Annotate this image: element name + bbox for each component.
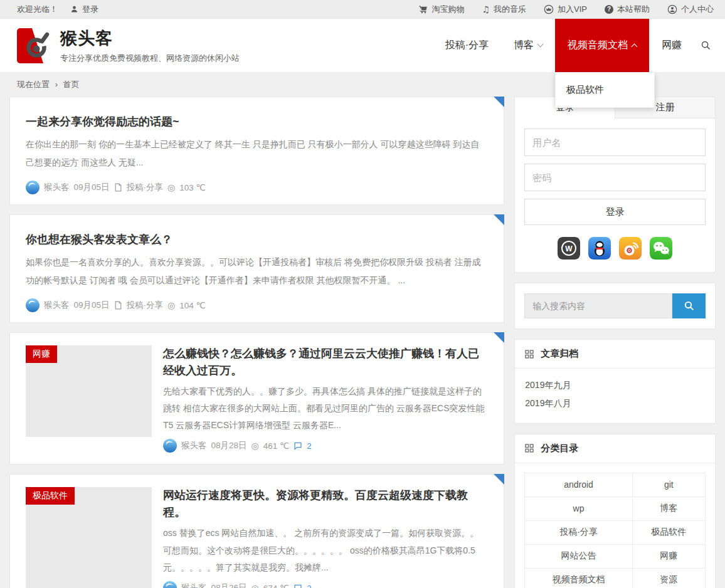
sidebar: 登录 注册 登录 W [514,97,716,588]
article-author[interactable]: 猴头客 [44,300,70,311]
article-list: 一起来分享你觉得励志的话题~ 在你出生的那一刻 你的一生基本上已经被定义了 终其… [9,97,504,588]
nav-item-media-docs[interactable]: 视频音频文档 极品软件 [555,19,649,72]
archive-link-sep2019[interactable]: 2019年九月 [525,376,705,394]
breadcrumb-separator: › [55,80,58,89]
views-count: 461 ℃ [263,441,289,451]
wordpress-icon[interactable]: W [558,237,580,260]
archive-title: 文章归档 [541,348,578,360]
archive-link-aug2019[interactable]: 2019年八月 [525,394,705,412]
article-excerpt: 在你出生的那一刻 你的一生基本上已经被定义了 终其一生 只是挣扎而已 只有极小一… [26,135,488,172]
article-author[interactable]: 猴头客 [181,582,207,588]
archive-list: 2019年九月 2019年八月 [515,369,715,423]
topbar-right: 淘宝购物 ♫ 我的音乐 加入VIP ? 本站帮助 个人中心 [418,4,714,15]
topbar-link-label: 本站帮助 [617,4,650,15]
username-field[interactable] [524,129,706,156]
category-link-android[interactable]: android [525,473,632,496]
social-login-row: W [524,237,706,260]
comment-icon [294,584,302,588]
article-author[interactable]: 猴头客 [44,182,70,193]
article-title[interactable]: 怎么赚钱快？怎么赚钱多？通过阿里云云大使推广赚钱！有人已经收入过百万。 [163,345,488,379]
nav-dropdown: 极品软件 [555,72,655,108]
search-widget [514,283,716,329]
comment-count[interactable]: 2 [307,584,312,588]
nav-label: 视频音频文档 [568,39,628,52]
views-icon: ◎ [251,441,259,451]
topbar: 欢迎光临！ 登录 淘宝购物 ♫ 我的音乐 [0,0,725,19]
topbar-link-help[interactable]: ? 本站帮助 [605,4,650,15]
article-title[interactable]: 一起来分享你觉得励志的话题~ [26,113,488,130]
search-button[interactable] [672,293,706,318]
topbar-link-music[interactable]: ♫ 我的音乐 [482,4,526,15]
weibo-icon[interactable] [619,237,642,260]
site-header: 猴头客 专注分享优质免费视频教程、网络资源的休闲小站 投稿·分享 博客 视频音频… [0,19,725,72]
login-submit-button[interactable]: 登录 [524,199,706,225]
article-category[interactable]: 投稿·分享 [127,182,164,193]
archive-widget: 文章归档 2019年九月 2019年八月 [514,339,716,424]
article-meta: 猴头客 08月26日 ◎ 674 ℃ 2 [163,576,488,588]
article-meta: 猴头客 09月05日 投稿·分享 ◎ 103 ℃ [26,181,488,194]
topbar-link-taobao[interactable]: 淘宝购物 [418,4,464,15]
chevron-up-icon [632,44,638,50]
category-link-git[interactable]: git [632,473,705,496]
comment-count[interactable]: 2 [307,441,312,451]
category-link-submit-share[interactable]: 投稿·分享 [525,520,632,544]
nav-label: 网赚 [662,39,682,52]
article-excerpt: 如果你也是一名喜欢分享的人。喜欢分享资源。。可以评论【开通投稿者】审核后 将免费… [26,253,488,290]
topbar-link-account[interactable]: 个人中心 [667,4,714,15]
site-tagline: 专注分享优质免费视频教程、网络资源的休闲小站 [60,53,240,64]
comment-icon [294,441,302,450]
category-badge[interactable]: 网赚 [26,345,57,363]
article-date: 09月05日 [74,182,110,193]
category-badge[interactable]: 极品软件 [26,487,75,505]
article-title[interactable]: 网站运行速度将更快。资源将更精致。百度云超级速度下载教程。 [163,487,488,521]
avatar [163,581,177,588]
nav-item-blog[interactable]: 博客 [501,19,555,72]
category-link-blog[interactable]: 博客 [632,496,705,520]
categories-widget: 分类目录 android git wp 博客 [514,434,716,588]
chevron-down-icon [537,41,544,48]
views-icon: ◎ [251,583,259,588]
login-form: 登录 W [515,118,715,272]
nav-item-wangzhuan[interactable]: 网赚 [649,19,694,72]
article-date: 09月05日 [74,300,110,311]
svg-text:W: W [565,244,573,253]
search-input[interactable] [524,293,672,318]
article-category[interactable]: 投稿·分享 [127,300,164,311]
category-file-icon [114,301,122,310]
topbar-login-link[interactable]: 登录 [70,4,98,15]
category-link-wangzhuan[interactable]: 网赚 [632,544,705,568]
article-thumbnail[interactable]: 网赚 [26,345,152,437]
topbar-login-label: 登录 [82,4,98,15]
article-meta: 猴头客 08月28日 ◎ 461 ℃ 2 [163,434,488,453]
avatar [26,181,40,194]
password-field[interactable] [524,164,706,191]
brand-text: 猴头客 专注分享优质免费视频教程、网络资源的休闲小站 [60,27,240,64]
login-widget: 登录 注册 登录 W [514,97,716,273]
category-link-software[interactable]: 极品软件 [632,520,705,544]
nav-item-submit-share[interactable]: 投稿·分享 [433,19,501,72]
article-title[interactable]: 你也想在猴头客发表文章么？ [26,231,488,248]
breadcrumb-current[interactable]: 首页 [63,80,80,89]
qq-icon[interactable] [588,237,611,260]
search-icon [701,40,711,51]
dropdown-item-software[interactable]: 极品软件 [556,76,654,104]
article-date: 08月28日 [211,440,247,451]
category-link-media-docs[interactable]: 视频音频文档 [525,568,632,588]
topbar-link-label: 淘宝购物 [431,4,464,15]
category-link-wp[interactable]: wp [525,496,632,520]
topbar-link-vip[interactable]: 加入VIP [544,4,587,15]
category-link-announcements[interactable]: 网站公告 [525,544,632,568]
nav-search-button[interactable] [694,19,725,72]
wechat-icon[interactable] [650,237,672,260]
views-count: 104 ℃ [179,300,205,310]
category-link-resources[interactable]: 资源 [632,568,705,588]
cart-icon [418,4,428,14]
article-thumbnail[interactable]: 极品软件 [26,487,152,588]
site-title[interactable]: 猴头客 [60,27,240,50]
brand[interactable]: 猴头客 专注分享优质免费视频教程、网络资源的休闲小站 [17,27,240,64]
corner-ribbon-icon [494,474,504,485]
article-author[interactable]: 猴头客 [181,440,207,451]
article-meta: 猴头客 09月05日 投稿·分享 ◎ 104 ℃ [26,298,488,312]
article-excerpt: oss 替换了ecs 网站自然加速、。 之前所有的资源变成了一篇。如何获取资源。… [163,525,488,576]
main-content: 一起来分享你觉得励志的话题~ 在你出生的那一刻 你的一生基本上已经被定义了 终其… [0,97,725,588]
